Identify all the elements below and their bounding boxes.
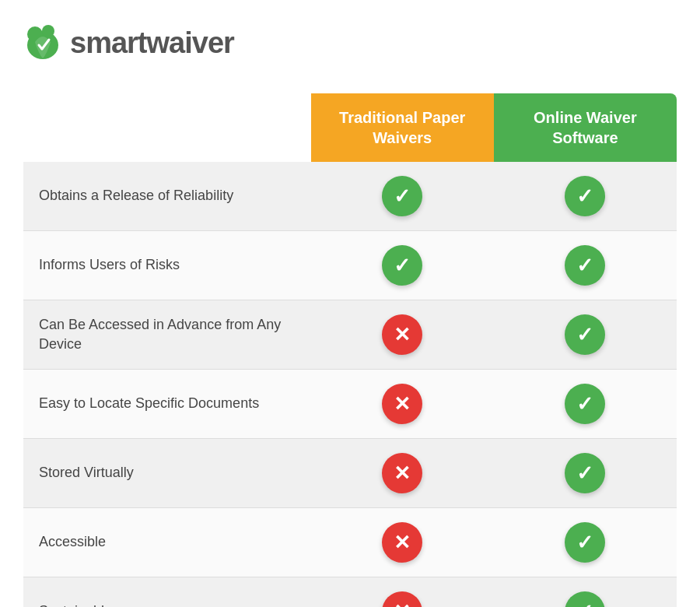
table-row: Easy to Locate Specific Documents (23, 370, 677, 439)
feature-cell: Informs Users of Risks (23, 231, 311, 300)
check-symbol (576, 531, 593, 555)
table-row: Obtains a Release of Reliability (23, 162, 677, 231)
traditional-icon-cell (311, 439, 494, 508)
cross-symbol (394, 531, 411, 555)
cross-symbol (394, 461, 411, 486)
feature-cell: Sustainable (23, 577, 311, 608)
check-icon (565, 314, 605, 355)
feature-cell: Easy to Locate Specific Documents (23, 370, 311, 439)
table-row: Sustainable (23, 577, 677, 608)
online-icon-cell (494, 439, 677, 508)
check-icon (565, 453, 605, 493)
online-icon-cell (494, 577, 677, 608)
logo-area: smartwaiver (23, 16, 677, 70)
check-icon (382, 245, 422, 286)
table-row: Stored Virtually (23, 439, 677, 508)
cross-icon (382, 314, 422, 355)
check-icon (565, 384, 605, 424)
check-icon (565, 245, 605, 286)
check-symbol (394, 254, 411, 278)
cross-symbol (394, 392, 411, 416)
check-symbol (576, 254, 593, 278)
check-icon (565, 522, 605, 563)
svg-point-2 (42, 25, 54, 37)
table-row: Can Be Accessed in Advance from Any Devi… (23, 300, 677, 370)
online-icon-cell (494, 162, 677, 231)
feature-cell: Accessible (23, 508, 311, 577)
col-header-feature (23, 93, 311, 162)
cross-icon (382, 591, 422, 607)
comparison-table: Traditional Paper Waivers Online Waiver … (23, 93, 677, 607)
cross-icon (382, 384, 422, 424)
traditional-icon-cell (311, 577, 494, 608)
check-symbol (576, 392, 593, 416)
online-icon-cell (494, 370, 677, 439)
logo-text: smartwaiver (70, 26, 234, 60)
feature-cell: Can Be Accessed in Advance from Any Devi… (23, 300, 311, 370)
traditional-icon-cell (311, 300, 494, 370)
check-symbol (394, 184, 411, 209)
check-symbol (576, 184, 593, 209)
traditional-icon-cell (311, 508, 494, 577)
table-row: Informs Users of Risks (23, 231, 677, 300)
online-icon-cell (494, 508, 677, 577)
traditional-icon-cell (311, 162, 494, 231)
check-icon (382, 176, 422, 216)
table-row: Accessible (23, 508, 677, 577)
cross-symbol (394, 323, 411, 347)
cross-symbol (394, 600, 411, 608)
cross-icon (382, 522, 422, 563)
col-header-online: Online Waiver Software (494, 93, 677, 162)
traditional-icon-cell (311, 231, 494, 300)
cross-icon (382, 453, 422, 493)
traditional-icon-cell (311, 370, 494, 439)
smartwaiver-logo-icon (23, 23, 62, 62)
col-header-traditional: Traditional Paper Waivers (311, 93, 494, 162)
feature-cell: Stored Virtually (23, 439, 311, 508)
online-icon-cell (494, 231, 677, 300)
check-icon (565, 176, 605, 216)
check-symbol (576, 600, 593, 608)
check-icon (565, 591, 605, 607)
feature-cell: Obtains a Release of Reliability (23, 162, 311, 231)
check-symbol (576, 323, 593, 347)
online-icon-cell (494, 300, 677, 370)
check-symbol (576, 461, 593, 486)
page-wrapper: smartwaiver Traditional Paper Waivers On… (0, 0, 700, 607)
